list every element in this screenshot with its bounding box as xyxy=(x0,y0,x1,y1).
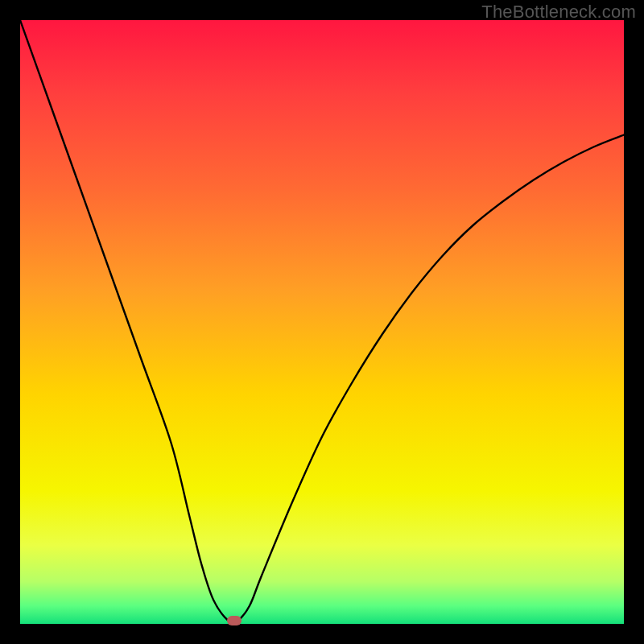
watermark-label: TheBottleneck.com xyxy=(481,2,636,23)
plot-svg xyxy=(20,20,624,624)
chart-container: TheBottleneck.com xyxy=(0,0,644,644)
bottleneck-plot xyxy=(20,20,624,624)
gradient-background xyxy=(20,20,624,624)
